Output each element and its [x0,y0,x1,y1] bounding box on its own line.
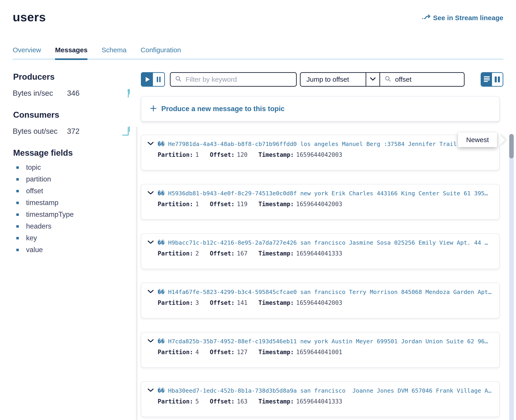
expand-chevron-icon[interactable] [148,191,154,196]
field-item-timestampType[interactable]: timestampType [16,211,137,218]
field-bullet-icon [16,225,19,228]
timestamp-field: Timestamp:1659644042003 [258,201,342,208]
offset-value: 120 [237,151,247,158]
timestamp-label: Timestamp: [258,201,294,208]
partition-field: Partition:4 [158,349,199,355]
timestamp-field: Timestamp:1659644041333 [258,398,342,405]
tab-configuration[interactable]: Configuration [141,46,181,58]
jump-to-offset-select[interactable]: Jump to offset [300,73,366,86]
search-icon [175,75,182,83]
message-meta: Partition:4 Offset:127 Timestamp:1659644… [158,349,493,355]
tab-schema[interactable]: Schema [101,46,126,58]
bytes-out-value: 372 [67,127,79,135]
bytes-in-metric: Bytes in/sec 346 [13,88,137,98]
field-item-timestamp[interactable]: timestamp [16,199,137,206]
message-row-header: �� He77981da-4a43-48ab-b8f8-cb71b96ffdd0… [148,141,493,147]
expand-chevron-icon[interactable] [148,142,154,146]
scrollbar-track[interactable] [509,134,514,420]
expand-chevron-icon[interactable] [148,339,154,344]
message-summary: �� H5936db81-b943-4e0f-8c29-74513e0c0d8f… [158,190,493,197]
pause-icon [157,77,158,82]
offset-field: Offset:120 [210,151,247,158]
expand-chevron-icon[interactable] [148,290,154,294]
sidebar: Producers Bytes in/sec 346 Consumers Byt… [13,72,137,420]
keyword-filter-input[interactable] [185,75,292,83]
field-item-key[interactable]: key [16,235,137,241]
main-area: Producers Bytes in/sec 346 Consumers Byt… [13,72,503,420]
lineage-label: See in Stream lineage [433,14,503,22]
field-label: partition [26,175,51,183]
offset-label: Offset: [210,201,235,208]
message-list: �� He77981da-4a43-48ab-b8f8-cb71b96ffdd0… [141,135,500,417]
message-row-header: �� H9bacc71c-b12c-4216-8e95-2a7da727e426… [148,239,493,246]
bytes-out-sparkline [122,126,132,137]
jump-to-offset-control: Jump to offset [300,72,465,87]
tab-overview[interactable]: Overview [13,46,41,58]
offset-search-input[interactable] [395,75,459,83]
field-label: topic [26,163,41,172]
timestamp-value: 1659644041001 [296,349,342,355]
offset-field: Offset:167 [210,250,247,257]
message-row[interactable]: �� H9bacc71c-b12c-4216-8e95-2a7da727e426… [141,233,500,269]
message-row-header: �� H14fa67fe-5823-4299-b3c4-595845cfcae0… [148,289,493,295]
stream-lineage-link[interactable]: See in Stream lineage [422,14,503,22]
play-icon [146,77,150,82]
message-row[interactable]: �� He77981da-4a43-48ab-b8f8-cb71b96ffdd0… [141,135,500,170]
partition-value: 5 [195,398,199,405]
bytes-in-label: Bytes in/sec [13,89,67,98]
bytes-out-label: Bytes out/sec [13,127,67,135]
offset-field: Offset:119 [210,201,247,208]
field-item-headers[interactable]: headers [16,223,137,230]
offset-label: Offset: [210,299,235,306]
partition-label: Partition: [158,299,193,306]
expand-chevron-icon[interactable] [148,240,154,245]
sidebar-content-divider [136,127,138,420]
pause-icon [159,77,161,82]
bytes-out-metric: Bytes out/sec 372 [13,126,137,136]
messages-toolbar: Jump to offset [141,72,503,87]
offset-value: 141 [237,299,247,306]
timestamp-value: 1659644042003 [296,151,342,158]
pause-button[interactable] [153,73,164,86]
field-item-value[interactable]: value [16,247,137,253]
timestamp-value: 1659644041333 [296,250,342,257]
message-row-header: �� H7cda825b-35b7-4952-88ef-c193d546eb11… [148,338,493,345]
field-label: headers [26,222,51,230]
field-item-topic[interactable]: topic [16,164,137,171]
timestamp-field: Timestamp:1659644042003 [258,299,342,306]
bytes-in-value: 346 [67,89,79,98]
tab-messages[interactable]: Messages [55,46,87,58]
message-fields-heading: Message fields [13,148,137,158]
message-row[interactable]: �� H5936db81-b943-4e0f-8c29-74513e0c0d8f… [141,184,500,220]
offset-field: Offset:127 [210,349,247,355]
partition-label: Partition: [158,250,193,257]
timestamp-value: 1659644041333 [296,398,342,405]
message-row[interactable]: �� Hba30eed7-1edc-452b-8b1a-738d3b5d8a9a… [141,381,500,417]
message-row[interactable]: �� H14fa67fe-5823-4299-b3c4-595845cfcae0… [141,283,500,318]
lineage-arrow-icon [422,14,430,22]
message-summary: �� He77981da-4a43-48ab-b8f8-cb71b96ffdd0… [158,141,493,147]
partition-field: Partition:5 [158,398,199,405]
scrollbar-thumb[interactable] [509,134,514,158]
produce-message-button[interactable]: Produce a new message to this topic [141,96,500,121]
partition-label: Partition: [158,201,193,208]
offset-label: Offset: [210,250,235,257]
play-pause-toggle [141,72,165,87]
expand-chevron-icon[interactable] [148,388,154,393]
play-button[interactable] [142,73,153,86]
timestamp-value: 1659644042003 [296,299,342,306]
bytes-in-sparkline [122,88,132,99]
split-view-button[interactable] [492,73,503,86]
list-view-button[interactable] [481,73,492,86]
search-icon [385,75,391,83]
timestamp-label: Timestamp: [258,250,294,257]
message-row[interactable]: �� H7cda825b-35b7-4952-88ef-c193d546eb11… [141,332,500,368]
field-item-partition[interactable]: partition [16,176,137,183]
partition-field: Partition:3 [158,299,199,306]
jump-select-dropdown-button[interactable] [366,73,380,86]
field-item-offset[interactable]: offset [16,188,137,194]
offset-field: Offset:163 [210,398,247,405]
offset-value: 163 [237,398,247,405]
messages-content: Jump to offset [141,72,503,420]
field-bullet-icon [16,178,19,180]
